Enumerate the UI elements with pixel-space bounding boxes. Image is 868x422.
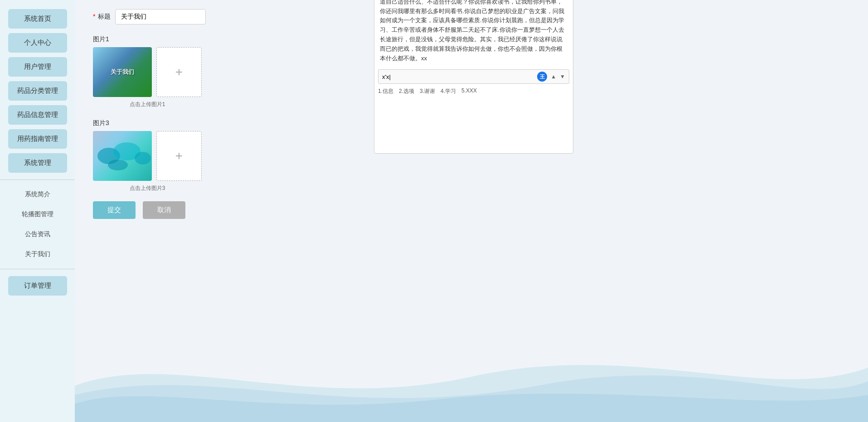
sidebar-item-home[interactable]: 系统首页 xyxy=(8,9,67,29)
sidebar: 系统首页 个人中心 用户管理 药品分类管理 药品信息管理 用药指南管理 系统管理… xyxy=(0,0,75,422)
image3-preview[interactable] xyxy=(93,131,152,181)
sidebar-item-drug-info[interactable]: 药品信息管理 xyxy=(8,105,67,125)
editor-container: B I U S " </> H1 H2 ≡ ≡ x2 x2 xyxy=(374,0,573,154)
image3-thumbnail xyxy=(93,131,152,181)
sidebar-item-drug-guide[interactable]: 用药指南管理 xyxy=(8,129,67,149)
sidebar-item-carousel[interactable]: 轮播图管理 xyxy=(13,207,63,222)
svg-point-5 xyxy=(135,152,151,165)
sidebar-item-user-mgmt[interactable]: 用户管理 xyxy=(8,57,67,77)
suggestion-5[interactable]: 5.XXX xyxy=(461,87,477,95)
suggestion-2[interactable]: 2.选项 xyxy=(399,87,414,95)
submit-button[interactable]: 提交 xyxy=(93,201,136,219)
sidebar-item-profile[interactable]: 个人中心 xyxy=(8,33,67,53)
sidebar-divider xyxy=(0,179,75,180)
suggestion-4[interactable]: 4.学习 xyxy=(441,87,456,95)
image1-hint[interactable]: 点击上传图片1 xyxy=(93,101,202,108)
editor-empty-area[interactable] xyxy=(374,99,573,153)
autocomplete-row: 王 ▲ ▼ xyxy=(378,69,569,84)
suggestion-1[interactable]: 1.信息 xyxy=(378,87,393,95)
sidebar-divider-2 xyxy=(0,269,75,269)
autocomplete-suggestions: 1.信息 2.选项 3.谢谢 4.学习 5.XXX xyxy=(374,86,573,99)
image1-preview[interactable] xyxy=(93,47,152,97)
editor-body[interactable]: 不管你想要怎样的生活，你都要去努力争取。不多尝试一些事情怎么知道自己适合什么、不… xyxy=(374,0,573,68)
autocomplete-badge: 王 xyxy=(537,72,547,82)
autocomplete-arrow-down[interactable]: ▼ xyxy=(560,73,565,80)
image3-hint[interactable]: 点击上传图片3 xyxy=(93,184,202,192)
image3-upload-row: + xyxy=(93,131,202,181)
content-area: * 标题 副标题 图片1 + 点击上 xyxy=(93,9,850,219)
cancel-button[interactable]: 取消 xyxy=(143,201,185,219)
sidebar-item-drug-category[interactable]: 药品分类管理 xyxy=(8,81,67,101)
title-input[interactable] xyxy=(115,9,206,24)
title-required: * 标题 xyxy=(93,13,111,21)
image3-label: 图片3 xyxy=(93,119,202,127)
sidebar-item-announcement[interactable]: 公告资讯 xyxy=(13,227,63,242)
action-row: 提交 取消 xyxy=(93,201,850,219)
image1-upload-row: + xyxy=(93,47,202,97)
sidebar-item-about-us[interactable]: 关于我们 xyxy=(13,247,63,262)
svg-point-6 xyxy=(108,160,128,170)
image1-add-button[interactable]: + xyxy=(156,47,202,97)
editor-content: 不管你想要怎样的生活，你都要去努力争取。不多尝试一些事情怎么知道自己适合什么、不… xyxy=(380,0,564,62)
image3-add-button[interactable]: + xyxy=(156,131,202,181)
autocomplete-arrow[interactable]: ▲ xyxy=(551,73,556,80)
image1-field: 图片1 + 点击上传图片1 xyxy=(93,35,202,108)
wave-background xyxy=(75,295,868,422)
bottom-row: 图片3 + xyxy=(93,119,850,192)
sidebar-item-sys-intro[interactable]: 系统简介 xyxy=(13,187,63,202)
title-field: * 标题 xyxy=(93,9,206,24)
autocomplete-input[interactable] xyxy=(382,73,533,80)
content-section: * 内容 B I U S " </> H1 H xyxy=(374,0,573,154)
image3-field: 图片3 + xyxy=(93,119,202,192)
sidebar-item-order-mgmt[interactable]: 订单管理 xyxy=(8,276,67,296)
image1-thumbnail xyxy=(93,47,152,97)
suggestion-3[interactable]: 3.谢谢 xyxy=(420,87,435,95)
sidebar-item-sys-mgmt[interactable]: 系统管理 xyxy=(8,153,67,173)
image1-label: 图片1 xyxy=(93,35,202,44)
main-content: * 标题 副标题 图片1 + 点击上 xyxy=(75,0,868,422)
